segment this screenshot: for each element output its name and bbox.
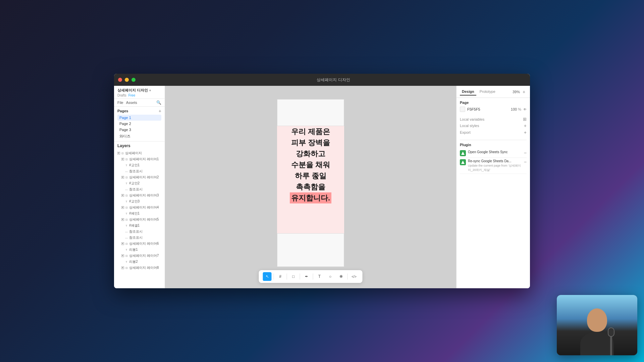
add-page-button[interactable]: + bbox=[159, 109, 161, 113]
google-sheets-icon bbox=[461, 152, 465, 155]
export-add-button[interactable]: + bbox=[524, 130, 527, 135]
file-tab[interactable]: File bbox=[117, 101, 123, 105]
page-color-value[interactable]: F5F5F5 bbox=[467, 107, 509, 111]
local-styles-add-button[interactable]: + bbox=[524, 123, 527, 128]
frame-top bbox=[277, 99, 344, 126]
local-variables-add-icon[interactable]: ⊞ bbox=[523, 117, 527, 122]
select-tool-button[interactable]: ↖ bbox=[263, 272, 272, 281]
component-icon: ⊡ bbox=[125, 176, 128, 179]
layer-text-5[interactable]: T #페결1 bbox=[117, 223, 161, 229]
file-meta: Drafts Free bbox=[117, 94, 161, 97]
layer-group-4[interactable]: ▾ ⊡ 상세페이지 레이어4 bbox=[117, 204, 161, 210]
right-panel-content: Page F5F5F5 100 % 👁 Local variable bbox=[457, 98, 530, 288]
local-variables-row: Local variables ⊞ bbox=[460, 116, 527, 122]
pages-header: Pages + bbox=[117, 109, 161, 113]
rectangle-tool-button[interactable]: □ bbox=[289, 272, 298, 281]
canvas-area[interactable]: 우리 제품은 피부 장벽을 강화하고 수분을 채워 하루 종일 촉촉함을 유지합… bbox=[165, 86, 456, 288]
page-item-1[interactable]: Page 1 bbox=[117, 115, 161, 121]
component-icon: ⊡ bbox=[125, 206, 128, 209]
mic-stand bbox=[610, 335, 612, 355]
toolbar-separator bbox=[274, 274, 274, 280]
layer-group-7[interactable]: ▾ ⊡ 상세페이지 레이어7 bbox=[117, 253, 161, 259]
layer-group-6[interactable]: ▾ ⊡ 상세페이지 레이어6 bbox=[117, 241, 161, 247]
page-item-wadiz[interactable]: 와디즈 bbox=[117, 133, 161, 140]
layer-line-5b[interactable]: — 참조표시 bbox=[117, 235, 161, 241]
pages-title: Pages bbox=[117, 109, 128, 113]
design-tab[interactable]: Design bbox=[460, 88, 476, 96]
expand-icon: ▾ bbox=[121, 206, 124, 209]
expand-icon: ▾ bbox=[117, 152, 120, 155]
text-icon: T bbox=[125, 200, 128, 203]
zoom-in-button[interactable]: + bbox=[521, 89, 527, 95]
layer-group-1[interactable]: ▾ ⊡ 상세페이지 레이어1 bbox=[117, 156, 161, 162]
text-tool-button[interactable]: T bbox=[315, 272, 324, 281]
layer-line-1[interactable]: — 참조표시 bbox=[117, 168, 161, 174]
sidebar-header: 상세페이지 디자인 ▾ Drafts Free bbox=[114, 86, 165, 99]
layer-line-2[interactable]: — 참조표시 bbox=[117, 186, 161, 192]
google-sheets-sync-icon bbox=[461, 161, 465, 164]
chevron-down-icon: ▾ bbox=[149, 89, 151, 92]
page-item-3[interactable]: Page 3 bbox=[117, 127, 161, 133]
expand-icon: ▾ bbox=[121, 158, 124, 161]
components-button[interactable]: ❋ bbox=[337, 272, 345, 281]
layer-text-2[interactable]: T #교인2 bbox=[117, 180, 161, 186]
layer-text-3[interactable]: T #교인3 bbox=[117, 198, 161, 204]
expand-icon: ▾ bbox=[121, 194, 124, 197]
canvas-background: 우리 제품은 피부 장벽을 강화하고 수분을 채워 하루 종일 촉촉함을 유지합… bbox=[165, 86, 456, 288]
zoom-level: 39% bbox=[513, 90, 520, 94]
plugin-icon-1 bbox=[460, 150, 466, 156]
microphone-icon bbox=[608, 327, 614, 337]
layer-text-7[interactable]: T 리봉2 bbox=[117, 259, 161, 265]
frame-bottom bbox=[277, 233, 344, 267]
line-icon: — bbox=[125, 236, 128, 239]
local-variables-section: Local variables ⊞ Local styles + Export … bbox=[460, 116, 527, 136]
layer-group-main[interactable]: ▾ ⊡ 상세페이지 bbox=[117, 150, 161, 156]
text-icon: T bbox=[125, 182, 128, 185]
toolbar-separator-2 bbox=[287, 274, 287, 280]
page-color-swatch[interactable] bbox=[460, 107, 465, 112]
expand-icon: ▾ bbox=[121, 266, 124, 269]
layer-text-4[interactable]: T #페인1 bbox=[117, 210, 161, 217]
maximize-dot[interactable] bbox=[131, 78, 136, 82]
layer-text-1[interactable]: T #교인1 bbox=[117, 162, 161, 168]
layer-group-2[interactable]: ▾ ⊡ 상세페이지 레이어2 bbox=[117, 174, 161, 180]
frame-middle[interactable]: 우리 제품은 피부 장벽을 강화하고 수분을 채워 하루 종일 촉촉함을 유지합… bbox=[277, 126, 344, 233]
layer-group-5[interactable]: ▾ ⊡ 상세페이지 레이어5 bbox=[117, 217, 161, 223]
layer-line-5a[interactable]: — 참조표시 bbox=[117, 229, 161, 235]
layer-group-8[interactable]: ▾ ⊡ 상세페이지 레이어8 bbox=[117, 265, 161, 271]
file-name[interactable]: 상세페이지 디자인 ▾ bbox=[117, 88, 161, 93]
page-section: Page F5F5F5 100 % 👁 bbox=[460, 101, 527, 112]
prototype-tab[interactable]: Prototype bbox=[478, 88, 497, 96]
expand-icon: ▾ bbox=[121, 254, 124, 257]
export-label: Export bbox=[460, 130, 471, 134]
visibility-toggle-button[interactable]: 👁 bbox=[523, 108, 527, 111]
assets-tab[interactable]: Assets bbox=[126, 101, 137, 105]
search-icon[interactable]: 🔍 bbox=[156, 100, 161, 105]
right-panel-tabs: Design Prototype 39% + bbox=[457, 86, 530, 98]
plugin-desc-2: Update the current page from '상세페이지_20위키… bbox=[468, 164, 522, 172]
frame-tool-button[interactable]: # bbox=[276, 272, 285, 281]
local-styles-label: Local styles bbox=[460, 124, 479, 128]
page-section-title: Page bbox=[460, 101, 527, 105]
ellipse-tool-button[interactable]: ○ bbox=[326, 272, 335, 281]
close-dot[interactable] bbox=[118, 78, 122, 82]
plugin-remove-button-2[interactable]: − bbox=[524, 159, 527, 165]
layer-text-6[interactable]: T 리봉1 bbox=[117, 247, 161, 253]
plugin-section: Plugin Open Google Sheets Sync − bbox=[460, 140, 527, 174]
layer-group-3[interactable]: ▾ ⊡ 상세페이지 레이어3 bbox=[117, 192, 161, 198]
component-icon: ⊡ bbox=[125, 242, 128, 245]
component-icon: ⊡ bbox=[125, 254, 128, 257]
page-item-2[interactable]: Page 2 bbox=[117, 121, 161, 127]
plugin-remove-button-1[interactable]: − bbox=[524, 150, 527, 156]
title-bar: 상세페이지 디자인 bbox=[114, 74, 530, 86]
minimize-dot[interactable] bbox=[125, 78, 129, 82]
line-icon: — bbox=[125, 188, 128, 191]
text-icon: T bbox=[125, 260, 128, 263]
plugin-section-title: Plugin bbox=[460, 143, 527, 147]
layers-section: Layers ▾ ⊡ 상세페이지 ▾ ⊡ 상세페이지 레이어1 T #교인1 bbox=[114, 141, 165, 288]
file-assets-bar: File Assets 🔍 bbox=[114, 99, 165, 107]
pen-tool-button[interactable]: ✒ bbox=[302, 272, 311, 281]
plugin-name-2: Re-sync Google Sheets Da... bbox=[468, 159, 522, 163]
line-icon: — bbox=[125, 230, 128, 233]
code-button[interactable]: </> bbox=[350, 272, 359, 281]
